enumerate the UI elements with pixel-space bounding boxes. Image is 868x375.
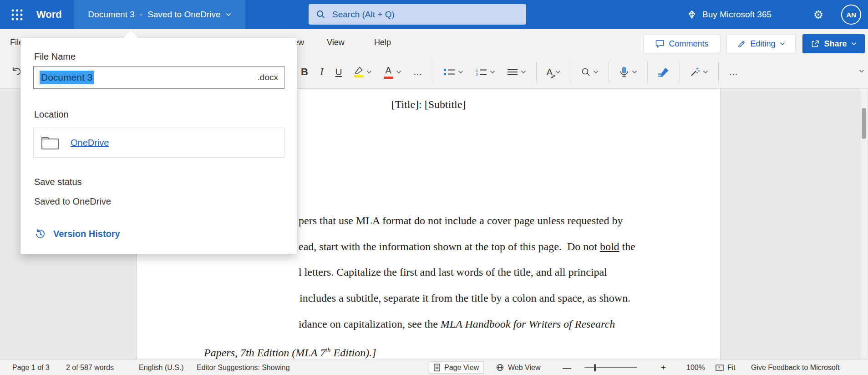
- account-avatar[interactable]: AN: [841, 5, 861, 25]
- more-font-options-button[interactable]: …: [408, 60, 428, 84]
- waffle-icon: [11, 9, 23, 21]
- zoom-slider-thumb[interactable]: [594, 364, 596, 371]
- editor-pen-icon: [658, 67, 670, 77]
- doc-text-line[interactable]: includes a subtitle, separate it from th…: [299, 292, 630, 304]
- page-view-toggle[interactable]: Page View: [429, 361, 484, 374]
- diamond-icon: [686, 9, 697, 20]
- toolbar-overflow-button[interactable]: …: [724, 60, 743, 84]
- file-name-input[interactable]: Document 3 .docx: [33, 66, 284, 89]
- dictate-button[interactable]: [614, 60, 642, 84]
- buy-microsoft-365-button[interactable]: Buy Microsoft 365: [686, 0, 772, 29]
- bold-button[interactable]: B: [296, 60, 313, 84]
- vertical-scrollbar[interactable]: [861, 89, 867, 360]
- doc-text-segment: the: [619, 241, 635, 252]
- alignment-button[interactable]: [502, 60, 531, 84]
- fit-label: Fit: [727, 360, 736, 375]
- doc-text-line[interactable]: Papers, 7th Edition (MLA 7th Edition).]: [204, 346, 376, 359]
- doc-text-line[interactable]: pers that use MLA format do not include …: [299, 215, 623, 227]
- doc-text-segment: idance on capitalization, see the: [299, 318, 441, 330]
- align-icon: [507, 68, 518, 76]
- chevron-down-icon: [521, 70, 526, 74]
- auto-format-button[interactable]: [685, 60, 713, 84]
- search-input[interactable]: Search (Alt + Q): [309, 4, 526, 25]
- toolbar-divider: [536, 62, 537, 82]
- doc-text-italic: MLA Handbook for Writers of Research: [441, 318, 615, 330]
- buy-label: Buy Microsoft 365: [702, 10, 772, 20]
- onedrive-link[interactable]: OneDrive: [71, 138, 109, 148]
- word-count-status[interactable]: 2 of 587 words: [66, 360, 114, 375]
- numbered-list-button[interactable]: 1 2: [470, 60, 500, 84]
- chevron-down-icon: [851, 42, 857, 46]
- doc-text-italic: Papers, 7th Edition (MLA 7: [204, 347, 325, 359]
- version-history-button[interactable]: Version History: [34, 228, 120, 240]
- collapse-ribbon-button[interactable]: [859, 69, 864, 73]
- magic-wand-icon: [690, 67, 700, 77]
- editing-label: Editing: [750, 39, 775, 49]
- language-status[interactable]: English (U.S.): [139, 360, 184, 375]
- status-bar: Page 1 of 3 2 of 587 words English (U.S.…: [0, 360, 868, 375]
- page-count-status[interactable]: Page 1 of 3: [12, 360, 50, 375]
- italic-button[interactable]: I: [315, 60, 329, 84]
- highlighter-icon: [354, 67, 363, 74]
- panel-callout-beak: [123, 31, 138, 38]
- doc-text-superscript: th: [325, 346, 331, 354]
- highlight-color-swatch: [354, 75, 364, 77]
- toolbar-divider: [571, 62, 571, 82]
- app-launcher-button[interactable]: [5, 3, 28, 26]
- zoom-out-button[interactable]: —: [563, 360, 571, 375]
- zoom-slider[interactable]: [584, 360, 637, 375]
- chevron-down-icon: [366, 70, 372, 74]
- scrollbar-thumb[interactable]: [862, 108, 866, 139]
- fit-to-page-button[interactable]: Fit: [716, 360, 736, 375]
- document-save-status: Saved to OneDrive: [147, 10, 221, 20]
- web-view-label: Web View: [508, 364, 540, 372]
- doc-text-line[interactable]: idance on capitalization, see the MLA Ha…: [299, 318, 615, 330]
- underline-button[interactable]: U: [330, 60, 347, 84]
- chevron-down-icon: [458, 70, 463, 74]
- editing-mode-button[interactable]: Editing: [726, 34, 796, 53]
- version-history-icon: [34, 228, 46, 240]
- editor-suggestions-status[interactable]: Editor Suggestions: Showing: [197, 360, 290, 375]
- page-view-label: Page View: [444, 364, 479, 372]
- numbered-list-icon: 1 2: [475, 67, 487, 77]
- web-view-toggle[interactable]: Web View: [492, 361, 545, 374]
- location-label: Location: [34, 109, 69, 120]
- fit-icon: [716, 365, 724, 371]
- chevron-down-icon: [593, 70, 599, 74]
- font-color-button[interactable]: A: [379, 60, 406, 84]
- zoom-slider-track[interactable]: [584, 367, 637, 368]
- doc-text-line[interactable]: ead, start with the information shown at…: [299, 241, 635, 253]
- zoom-level[interactable]: 100%: [686, 360, 705, 375]
- document-title-tab[interactable]: Document 3 - Saved to OneDrive: [74, 0, 245, 29]
- bold-icon: B: [301, 66, 308, 78]
- editor-button[interactable]: [653, 60, 675, 84]
- location-box: OneDrive: [33, 128, 284, 158]
- styles-button[interactable]: A: [542, 60, 566, 84]
- settings-button[interactable]: ⚙: [809, 0, 827, 29]
- menu-view[interactable]: View: [327, 29, 345, 56]
- zoom-in-button[interactable]: +: [661, 360, 666, 375]
- avatar-initials: AN: [846, 11, 856, 19]
- app-title[interactable]: Word: [36, 0, 62, 29]
- folder-icon: [41, 135, 59, 150]
- gear-icon: ⚙: [813, 8, 823, 21]
- find-button[interactable]: [576, 60, 604, 84]
- chevron-down-icon: [703, 70, 708, 74]
- search-icon: [316, 10, 325, 19]
- share-button[interactable]: Share: [802, 34, 865, 53]
- comments-label: Comments: [669, 39, 708, 49]
- document-name-separator: -: [140, 10, 142, 20]
- comments-button[interactable]: Comments: [643, 34, 721, 53]
- bullet-list-button[interactable]: [438, 60, 468, 84]
- comment-icon: [655, 39, 665, 48]
- font-color-swatch: [384, 77, 393, 79]
- doc-text-line[interactable]: l letters. Capitalize the first and last…: [299, 266, 607, 278]
- menu-help[interactable]: Help: [374, 29, 391, 56]
- doc-text-segment: ead, start with the information shown at…: [299, 241, 600, 252]
- highlight-color-button[interactable]: [349, 60, 377, 84]
- toolbar-divider: [609, 62, 609, 82]
- file-name-selected-text: Document 3: [40, 71, 94, 84]
- underline-icon: U: [335, 67, 342, 77]
- italic-icon: I: [320, 66, 324, 78]
- feedback-link[interactable]: Give Feedback to Microsoft: [751, 360, 840, 375]
